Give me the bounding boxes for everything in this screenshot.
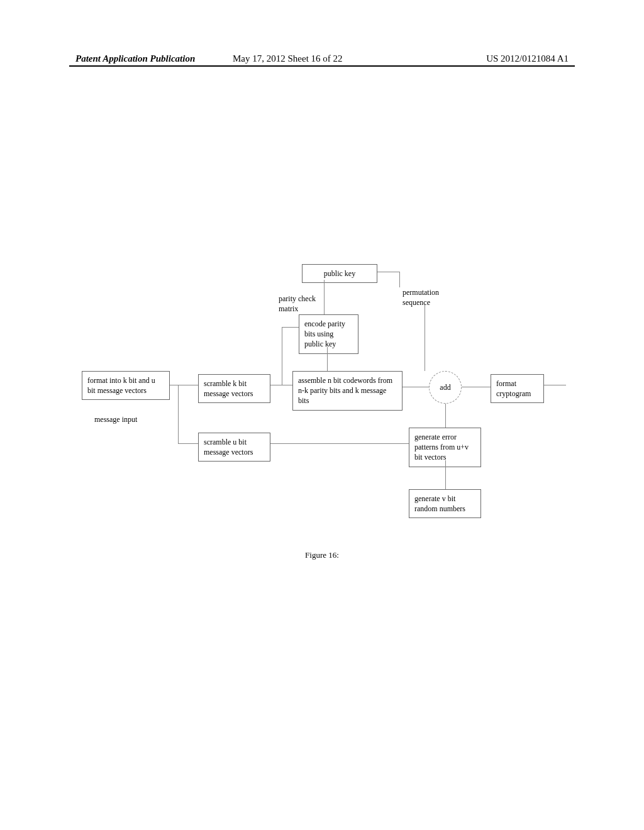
generate-v-box: generate v bit random numbers [409,489,481,518]
connector-line [544,385,566,385]
connector-line [402,387,429,387]
scramble-k-box: scramble k bit message vectors [198,374,270,403]
public-key-label: public key [324,269,355,278]
connector-line [327,347,328,371]
add-label: add [440,383,450,392]
connector-line [324,280,325,314]
block-diagram: format into k bit and u bit message vect… [75,264,566,534]
format-input-label: format into k bit and u bit message vect… [87,376,155,395]
format-output-label: format cryptogram [496,379,531,398]
connector-line [282,327,282,385]
connector-line [282,327,299,328]
header-center: May 17, 2012 Sheet 16 of 22 [233,53,343,64]
figure-caption: Figure 16: [0,550,644,560]
connector-line [270,385,292,385]
add-circle: add [429,371,462,404]
permutation-label: permutation sequence [402,288,453,307]
connector-line [399,272,400,287]
assemble-label: assemble n bit codewords from n-k parity… [298,376,392,405]
message-input-label: message input [94,415,137,425]
connector-line [377,272,399,272]
connector-line [178,443,198,444]
generate-v-label: generate v bit random numbers [414,494,465,513]
format-input-box: format into k bit and u bit message vect… [82,371,170,400]
public-key-box: public key [302,264,377,283]
scramble-k-label: scramble k bit message vectors [204,379,253,398]
connector-line [270,443,409,444]
scramble-u-label: scramble u bit message vectors [204,438,253,456]
header-left: Patent Application Publication [75,53,195,64]
connector-line [445,404,446,428]
header-rule [69,65,575,67]
encode-parity-box: encode parity bits using public key [299,314,358,354]
connector-line [425,305,425,371]
connector-line [445,460,446,489]
assemble-box: assemble n bit codewords from n-k parity… [292,371,402,411]
scramble-u-box: scramble u bit message vectors [198,433,270,462]
header-right: US 2012/0121084 A1 [486,53,569,64]
format-output-box: format cryptogram [491,374,544,403]
parity-check-label: parity check matrix [279,294,329,314]
connector-line [170,385,198,385]
connector-line [178,385,179,443]
generate-error-label: generate error patterns from u+v bit vec… [414,433,469,462]
connector-line [462,387,491,387]
encode-parity-label: encode parity bits using public key [304,319,345,348]
